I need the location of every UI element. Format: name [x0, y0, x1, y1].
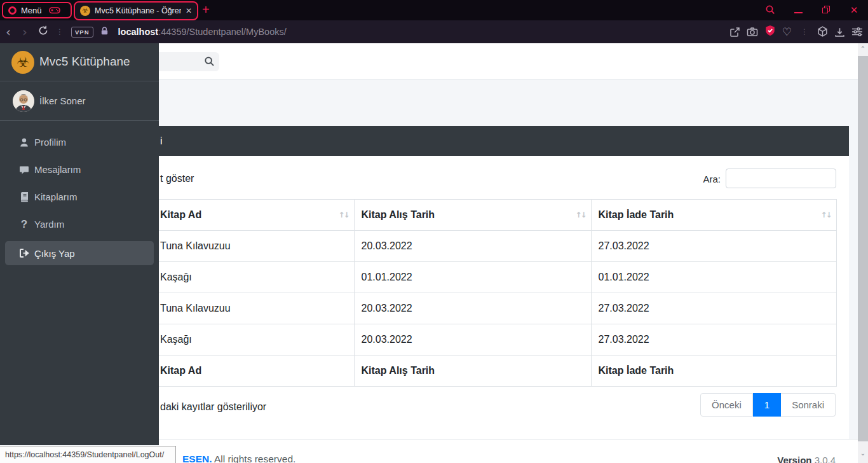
status-url-tooltip: https://localhost:44359/Studentpanel/Log… — [0, 446, 176, 463]
table-row: Kaşağı 01.01.2022 01.01.2022 — [159, 262, 836, 293]
page-viewport: i t göster Ara: Kitap Ad↑↓ Kitap Alış Ta… — [0, 43, 868, 463]
lock-icon[interactable] — [100, 26, 109, 38]
cell-return-date: 27.03.2022 — [591, 324, 836, 356]
navbar-search-input[interactable] — [159, 52, 219, 71]
question-icon: ? — [14, 218, 34, 231]
page-footer: ESEN. All rights reserved. Version 3.0.4 — [159, 439, 858, 463]
version-text: Version 3.0.4 — [777, 455, 836, 463]
gx-gamepad-icon — [49, 6, 60, 15]
cell-return-date: 27.03.2022 — [591, 293, 836, 324]
sidebar-item-mesajlarim[interactable]: Mesajlarım — [0, 156, 159, 183]
table-row: Tuna Kılavuzuu 20.03.2022 27.03.2022 — [159, 293, 836, 324]
cell-return-date: 27.03.2022 — [591, 231, 836, 262]
browser-tab[interactable]: ☣ Mvc5 Kütüphane - Öğrenci ✕ — [74, 1, 198, 20]
table-header-row: Kitap Ad↑↓ Kitap Alış Tarih↑↓ Kitap İade… — [159, 200, 836, 231]
pagination: Önceki 1 Sonraki — [700, 393, 836, 417]
sort-arrows-icon[interactable]: ↑↓ — [338, 211, 348, 219]
top-navbar — [159, 43, 858, 79]
pagination-previous-button[interactable]: Önceki — [700, 393, 753, 417]
search-icon — [204, 56, 215, 67]
toolbar-divider-dots: ⋮ — [798, 27, 811, 36]
reload-button[interactable] — [33, 25, 53, 38]
snapshot-camera-icon[interactable] — [747, 27, 758, 37]
browser-menu-button[interactable]: Menü — [2, 2, 72, 18]
pagination-page-1-button[interactable]: 1 — [753, 393, 781, 417]
table-info-label: daki kayıtlar gösteriliyor — [160, 401, 266, 413]
browser-menu-label: Menü — [21, 6, 42, 15]
scroll-up-icon[interactable]: ⌃ — [858, 43, 868, 55]
forward-button[interactable]: › — [17, 25, 33, 38]
footer-header-kitap-ad: Kitap Ad — [159, 356, 354, 387]
sidebar-item-label: Çıkış Yap — [34, 248, 75, 259]
table-footer-row: Kitap Ad Kitap Alış Tarih Kitap İade Tar… — [159, 356, 836, 387]
cell-book-name: Kaşağı — [159, 324, 354, 356]
sort-arrows-icon[interactable]: ↑↓ — [820, 211, 831, 219]
scrollbar-thumb[interactable] — [858, 56, 868, 441]
books-table: Kitap Ad↑↓ Kitap Alış Tarih↑↓ Kitap İade… — [159, 199, 837, 387]
cell-borrow-date: 20.03.2022 — [354, 231, 591, 262]
tab-favicon-icon: ☣ — [80, 6, 90, 16]
share-edit-icon[interactable] — [729, 27, 740, 38]
cell-return-date: 01.01.2022 — [591, 262, 836, 293]
copyright-text: ESEN. All rights reserved. — [182, 453, 295, 463]
app-title: Mvc5 Kütüphane — [39, 55, 130, 69]
column-header-alis-tarih[interactable]: Kitap Alış Tarih↑↓ — [354, 200, 591, 231]
url-path: :44359/Studentpanel/MyBooks/ — [158, 27, 287, 37]
tab-title: Mvc5 Kütüphane - Öğrenci — [95, 6, 181, 15]
window-minimize-button[interactable] — [784, 4, 812, 16]
cell-book-name: Tuna Kılavuzuu — [159, 231, 354, 262]
address-url[interactable]: localhost:44359/Studentpanel/MyBooks/ — [118, 27, 287, 37]
sidebar-item-label: Mesajlarım — [34, 164, 81, 175]
cell-borrow-date: 20.03.2022 — [354, 324, 591, 356]
cell-book-name: Kaşağı — [159, 262, 354, 293]
app-logo-icon: ☣ — [11, 51, 34, 74]
sidebar-user[interactable]: İlker Soner — [0, 81, 159, 121]
browser-toolbar: ‹ › ⋮ VPN localhost:44359/Studentpanel/M… — [0, 20, 868, 43]
sidebar-brand[interactable]: ☣ Mvc5 Kütüphane — [0, 43, 159, 81]
main-content: i t göster Ara: Kitap Ad↑↓ Kitap Alış Ta… — [159, 43, 858, 463]
back-button[interactable]: ‹ — [0, 25, 17, 38]
sidebar: ☣ Mvc5 Kütüphane İlker Soner — [0, 43, 159, 445]
bookmark-heart-icon[interactable]: ♡ — [782, 25, 792, 38]
footer-brand-link[interactable]: ESEN. — [182, 453, 212, 463]
panel-title: i — [160, 135, 163, 146]
sidebar-item-cikis-yap[interactable]: Çıkış Yap — [5, 241, 154, 265]
window-close-button[interactable]: ✕ — [840, 4, 868, 16]
sidebar-item-yardim[interactable]: ? Yardım — [0, 211, 159, 238]
sidebar-item-kitaplarim[interactable]: Kitaplarım — [0, 183, 159, 211]
url-host: localhost — [118, 27, 159, 37]
download-icon[interactable] — [834, 27, 845, 38]
new-tab-button[interactable]: + — [202, 3, 210, 17]
sort-arrows-icon[interactable]: ↑↓ — [575, 211, 585, 219]
sidebar-item-label: Profilim — [34, 137, 66, 148]
panel-header: i — [159, 126, 849, 156]
sidebar-item-profilim[interactable]: Profilim — [0, 128, 159, 156]
page-length-label: t göster — [160, 173, 194, 184]
tab-close-icon[interactable]: ✕ — [186, 6, 192, 15]
pagination-next-button[interactable]: Sonraki — [781, 393, 836, 417]
table-search-input[interactable] — [726, 169, 836, 188]
column-header-iade-tarih[interactable]: Kitap İade Tarih↑↓ — [591, 200, 836, 231]
user-avatar — [13, 90, 34, 112]
chat-icon — [14, 165, 34, 175]
scroll-down-icon[interactable]: ⌄ — [858, 448, 868, 459]
logout-icon — [14, 248, 34, 258]
toolbar-extension-dots-icon[interactable]: ⋮ — [53, 27, 66, 36]
shield-protection-icon[interactable] — [764, 25, 776, 39]
settings-sliders-icon[interactable] — [851, 27, 863, 37]
user-icon — [14, 137, 34, 148]
footer-header-iade-tarih: Kitap İade Tarih — [591, 356, 836, 387]
footer-header-alis-tarih: Kitap Alış Tarih — [354, 356, 591, 387]
cell-borrow-date: 20.03.2022 — [354, 293, 591, 324]
browser-search-icon[interactable] — [756, 4, 784, 17]
vpn-badge[interactable]: VPN — [71, 27, 93, 38]
column-header-kitap-ad[interactable]: Kitap Ad↑↓ — [159, 200, 354, 231]
table-search-label: Ara: — [703, 174, 721, 184]
window-restore-button[interactable] — [812, 4, 840, 16]
user-name: İlker Soner — [39, 95, 86, 106]
extensions-cube-icon[interactable] — [817, 26, 828, 38]
page-scrollbar[interactable]: ⌃ ⌄ — [858, 43, 868, 463]
sidebar-item-label: Yardım — [34, 219, 64, 230]
book-icon — [14, 192, 34, 202]
table-row: Tuna Kılavuzuu 20.03.2022 27.03.2022 — [159, 231, 836, 262]
